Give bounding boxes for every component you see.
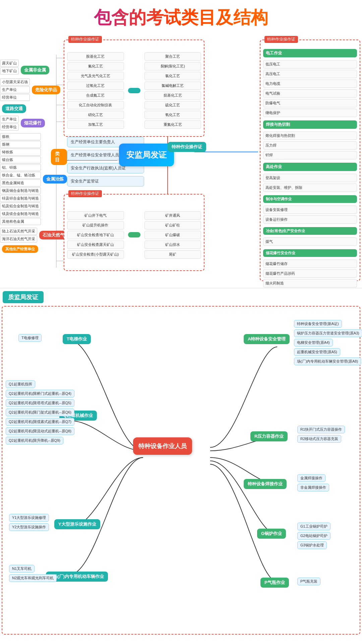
dashed-title-top: 特种作业操作证 <box>68 36 102 43</box>
list-item: 过氧化工艺 <box>67 82 124 90</box>
list-item: 设备安装修理 <box>263 206 357 214</box>
dashed-box-weixian: 特种作业操作证 胺基化工艺 氟化工艺 光气及光气化工艺 过氧化工艺 合成氨工艺 … <box>64 40 204 137</box>
list-item: 熔化焊接与热切割 <box>263 131 357 140</box>
list-item: 化工自动化控制仪表 <box>67 101 124 109</box>
list-item: 非金属焊接操作 <box>297 484 329 491</box>
branch-A: A特种设备安全管理 <box>244 334 290 344</box>
list-item: N2观光车和观光利车司机 <box>9 574 57 582</box>
list-item: 安全生产监管证 <box>67 176 144 186</box>
list-item: 铁合金、锰、铬冶炼 <box>0 172 41 179</box>
list-item: Y1大型游乐设施修理 <box>9 514 49 522</box>
lower-section: 质监局发证 特种设备作业人员 <box>0 288 362 640</box>
branch-G: G锅炉作业 <box>257 529 286 539</box>
list-item: R1快开门式压力容器操作 <box>297 426 345 433</box>
list-item: 硫化工艺 <box>144 101 201 109</box>
list-item: 矿山矿柱 <box>144 221 201 229</box>
list-item: P气瓶充装 <box>297 578 320 585</box>
list-item: 锅炉压力容器压力管道安全管理(原A3) <box>294 329 362 337</box>
list-item: 重氮化工艺 <box>144 120 201 129</box>
list-item: R2移动式压力容器充装 <box>297 435 341 443</box>
right-dashed-box: 特种作业操作证 电工作业 低压电工 高压电工 电力电缆 电气试验 防爆电气 继电… <box>260 40 360 281</box>
list-item: 矿山安全检查露天矿山 <box>67 240 124 249</box>
list-item: 电力电缆 <box>263 79 357 88</box>
list-item: 铸铁炼 <box>0 149 41 156</box>
list-item: 烟花爆竹产品涉药 <box>263 269 357 278</box>
list-item: 高压电工 <box>263 70 357 78</box>
center-upper: 特种作业操作证 胺基化工艺 氟化工艺 光气及光气化工艺 过氧化工艺 合成氨工艺 … <box>64 33 215 288</box>
list-item: 矿山排水 <box>144 240 201 249</box>
quality-header: 质监局发证 <box>0 288 362 306</box>
list-item: T电修修理 <box>18 334 42 342</box>
list-item: 小型露天采石场 <box>0 78 30 86</box>
list-item: 矿山安全检查(小型露天矿山) <box>67 250 124 259</box>
list-item: 加氢工艺 <box>67 120 124 129</box>
section-label-dianggong: 电工作业 <box>263 49 357 57</box>
list-item: Q2起重机司机(限门架式起重机--原Q6) <box>6 409 74 416</box>
list-item: 特种设备安全管理(新A证) <box>294 320 342 328</box>
list-item: Y2大型游乐设施操作 <box>9 523 49 531</box>
list-item: 电梯安全管理(原A4) <box>294 339 333 346</box>
list-item: 生产单位 <box>0 86 30 93</box>
list-item: Q2起重机司机(限流动式起重机--原Q8) <box>6 427 74 435</box>
list-item: 陆上石油天然气开采 <box>0 228 37 235</box>
list-item: 氯化工艺 <box>144 72 201 80</box>
list-item: 铝、锌炼 <box>0 164 41 171</box>
section-label-yanhua-r: 烟花爆竹安全作业 <box>263 249 357 257</box>
list-item: 矿山井下电气 <box>67 211 124 220</box>
list-item: 烷基化工艺 <box>144 91 201 100</box>
category-qita: 其他生产经营单位 <box>2 245 38 253</box>
list-item: 起重机械安全管理(原A5) <box>294 348 340 356</box>
list-item: 煤气 <box>263 237 357 246</box>
list-item: Q2起重机司机(限缆索式起重机--原Q7) <box>6 418 74 426</box>
list-item: 压力焊 <box>263 141 357 150</box>
list-item: 聚合工艺 <box>144 52 201 61</box>
list-item: N1叉车司机 <box>9 565 35 573</box>
list-item: 锌及锌合金制造与铸造 <box>0 195 41 202</box>
list-item: 低压电工 <box>263 60 357 68</box>
list-item: 经营单位 <box>0 94 30 101</box>
section-label-gaochv: 高处作业 <box>263 163 357 171</box>
tezong-label: 特种作业操作证 <box>168 142 206 152</box>
central-box: 特种设备作业人员 <box>133 437 192 455</box>
list-item: 设备运行操作 <box>263 215 357 224</box>
list-item: 钢及铜合金制造与铸造 <box>0 187 41 194</box>
center-label-weixian: 危险化学品安全作业 <box>128 88 140 93</box>
list-item: Q2起重机司机(限塔塔式起重机--原Q5) <box>6 399 74 407</box>
anjian-box: 安监局发证 <box>119 144 174 166</box>
branch-R: R压力容器作业 <box>250 431 288 441</box>
branch-weld: 特种设备焊接作业 <box>244 479 287 489</box>
page-title: 包含的考试类目及结构 <box>0 0 362 33</box>
branch-Y: Y大型游乐设施作业 <box>54 519 100 529</box>
list-item: 钎焊 <box>263 151 357 159</box>
list-item: 炼铁 <box>0 133 41 140</box>
list-item: 金属焊接操作 <box>297 474 325 482</box>
list-item: 硝化工艺 <box>67 111 124 119</box>
category-jinshu: 金属非金属 <box>21 66 49 74</box>
list-item: 黑色金属铸造 <box>0 179 41 186</box>
list-item: 矿井通风 <box>144 211 201 220</box>
list-item: 矿山提升机操作 <box>67 221 124 229</box>
list-item: G2电站锅炉司炉 <box>297 532 330 540</box>
list-item: 光气及光气化工艺 <box>67 72 124 80</box>
list-item: 氯碱电解工艺 <box>144 82 201 90</box>
list-item: 锻台炼 <box>0 156 41 163</box>
list-item: 继电保护 <box>263 109 357 117</box>
list-item: 露天矿山 <box>0 60 19 67</box>
list-item: 矿山安全检查地下矿山 <box>67 231 124 239</box>
list-item: 生产单位 <box>0 116 19 123</box>
list-item: 登高架设 <box>263 174 357 182</box>
list-item: 防爆电气 <box>263 99 357 107</box>
right-dashed-title: 特种作业操作证 <box>264 36 298 43</box>
list-item: 铅及铅合金制造与铸造 <box>0 203 41 210</box>
category-weixian: 危险化学品 <box>32 86 60 94</box>
list-item: G3锅炉水处理 <box>297 541 327 549</box>
upper-section: 露天矿山 地下矿山 金属非金属 小型露天采石场 生产单位 经营单位 危险化学品 … <box>0 33 362 288</box>
list-item: 高处安装、维护、拆除 <box>263 183 357 192</box>
list-item: 炼钢 <box>0 141 41 148</box>
list-item: 氧化工艺 <box>144 111 201 119</box>
dashed-title-bot: 特种作业操作证 <box>68 190 102 197</box>
list-item: 氟化工艺 <box>67 62 124 70</box>
right-upper: 特种作业操作证 电工作业 低压电工 高压电工 电力电缆 电气试验 防爆电气 继电… <box>258 33 362 288</box>
center-label-kuangshan: 金属与非金属矿山安全作业 <box>128 232 140 237</box>
list-item: 矿山爆破 <box>144 231 201 239</box>
